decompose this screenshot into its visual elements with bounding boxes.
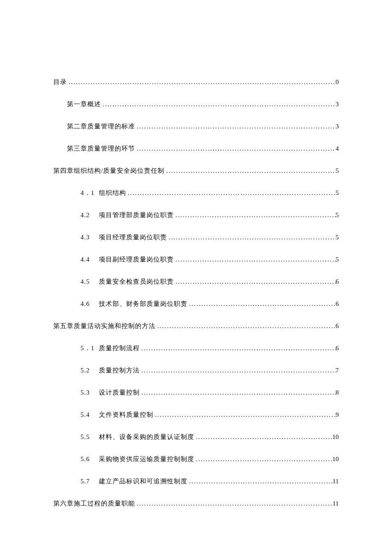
toc-entry: 第六章施工过程的质量职能11 — [53, 498, 339, 509]
toc-label: 5.4 文件资料质量控制 — [81, 410, 153, 420]
toc-leader-dots — [140, 387, 336, 398]
toc-leader-dots — [153, 410, 336, 420]
toc-label: 4.5 质量安全检查员岗位职责 — [81, 276, 174, 287]
toc-entry: 4.6 技术部、财务部质量岗位职责 6 — [53, 299, 339, 309]
toc-section-title: 材料、设备采购的质量认证制度 — [99, 433, 194, 440]
toc-page-number: 3 — [336, 99, 339, 109]
toc-entry: 4．1 组织结构 5 — [53, 188, 339, 198]
toc-page-number: 5 — [336, 254, 339, 264]
toc-label: 4.6 技术部、财务部质量岗位职责 — [81, 299, 187, 309]
toc-page-number: 10 — [332, 454, 339, 464]
toc-page-number: 3 — [336, 121, 339, 131]
toc-section-number: 4.3 — [81, 232, 97, 242]
toc-entry: 5.2 质量控制方法 7 — [53, 365, 339, 375]
toc-section-title: 项目管理部质量岗位职责 — [99, 212, 174, 218]
toc-entry: 5.4 文件资料质量控制 9 — [53, 410, 339, 420]
toc-leader-dots — [135, 143, 336, 154]
toc-page-number: 5 — [336, 210, 339, 220]
toc-leader-dots — [101, 99, 336, 109]
toc-section-number: 4．1 — [81, 188, 97, 198]
toc-section-number: 4.6 — [81, 299, 97, 309]
toc-leader-dots — [174, 210, 336, 220]
toc-leader-dots — [164, 166, 335, 176]
toc-section-title: 质量控制流程 — [99, 345, 140, 352]
toc-entry: 5.3 设计质量控制 8 — [53, 387, 339, 398]
toc-leader-dots — [174, 276, 336, 287]
toc-leader-dots — [187, 299, 336, 309]
toc-entry: 4.3 项目经理质量岗位职责 5 — [53, 232, 339, 242]
toc-section-title: 质量安全检查员岗位职责 — [99, 278, 174, 285]
toc-section-number: 4.4 — [81, 254, 97, 264]
toc-leader-dots — [135, 498, 333, 509]
toc-label: 5.7 建立产品标识和可追溯性制度 — [81, 476, 187, 486]
table-of-contents: 目录0第一章概述3第二章质量管理的标准3第三章质量管理的环节4第四章组织结构/质… — [53, 77, 339, 509]
toc-page-number: 10 — [332, 432, 339, 442]
toc-leader-dots — [135, 121, 336, 131]
toc-entry: 5.5 材料、设备采购的质量认证制度 10 — [53, 432, 339, 442]
toc-section-title: 项目副经理质量岗位职责 — [99, 256, 174, 263]
toc-section-number: 5.3 — [81, 387, 97, 398]
toc-section-number: 5．1 — [81, 343, 97, 353]
toc-entry: 5.7 建立产品标识和可追溯性制度 11 — [53, 476, 339, 486]
toc-section-number: 5.2 — [81, 365, 97, 375]
toc-entry: 5．1 质量控制流程 6 — [53, 343, 339, 353]
toc-leader-dots — [140, 365, 336, 375]
toc-entry: 目录0 — [53, 77, 339, 87]
toc-entry: 第三章质量管理的环节4 — [53, 143, 339, 154]
toc-page-number: 5 — [336, 232, 339, 242]
toc-page-number: 0 — [336, 77, 339, 87]
toc-label: 5.2 质量控制方法 — [81, 365, 140, 375]
toc-page-number: 7 — [336, 365, 339, 375]
toc-section-title: 技术部、财务部质量岗位职责 — [99, 300, 187, 307]
toc-leader-dots — [194, 454, 332, 464]
toc-leader-dots — [126, 188, 336, 198]
toc-entry: 5.6 采购物资供应运输质量控制制度 10 — [53, 454, 339, 464]
toc-page-number: 5 — [336, 188, 339, 198]
toc-label: 第四章组织结构/质量安全岗位责任制 — [53, 166, 164, 176]
toc-leader-dots — [174, 254, 336, 264]
toc-label: 5.6 采购物资供应运输质量控制制度 — [81, 454, 194, 464]
toc-section-title: 项目经理质量岗位职责 — [99, 234, 167, 241]
toc-page-number: 6 — [336, 343, 339, 353]
toc-label: 第二章质量管理的标准 — [67, 121, 135, 131]
toc-section-title: 组织结构 — [99, 189, 126, 196]
toc-entry: 第五章质量活动实施和控制的方法6 — [53, 321, 339, 331]
toc-page-number: 6 — [336, 299, 339, 309]
toc-label: 第五章质量活动实施和控制的方法 — [53, 321, 156, 331]
toc-label: 第三章质量管理的环节 — [67, 143, 135, 154]
toc-entry: 第四章组织结构/质量安全岗位责任制5 — [53, 166, 339, 176]
toc-section-title: 文件资料质量控制 — [99, 411, 153, 418]
toc-section-number: 5.7 — [81, 476, 97, 486]
toc-section-number: 5.4 — [81, 410, 97, 420]
toc-label: 5．1 质量控制流程 — [81, 343, 140, 353]
toc-page-number: 11 — [333, 498, 339, 509]
toc-section-number: 5.6 — [81, 454, 97, 464]
toc-entry: 第二章质量管理的标准3 — [53, 121, 339, 131]
toc-section-title: 采购物资供应运输质量控制制度 — [99, 456, 194, 462]
toc-section-title: 建立产品标识和可追溯性制度 — [99, 478, 187, 485]
toc-entry: 4.4 项目副经理质量岗位职责 5 — [53, 254, 339, 264]
toc-leader-dots — [156, 321, 336, 331]
toc-section-number: 4.5 — [81, 276, 97, 287]
toc-page-number: 8 — [336, 387, 339, 398]
toc-leader-dots — [140, 343, 336, 353]
toc-page-number: 11 — [333, 476, 339, 486]
toc-label: 4．1 组织结构 — [81, 188, 126, 198]
toc-leader-dots — [167, 232, 336, 242]
toc-leader-dots — [187, 476, 333, 486]
toc-page-number: 6 — [336, 321, 339, 331]
toc-section-number: 4.2 — [81, 210, 97, 220]
toc-label: 第一章概述 — [67, 99, 101, 109]
toc-label: 第六章施工过程的质量职能 — [53, 498, 135, 509]
toc-entry: 4.5 质量安全检查员岗位职责 6 — [53, 276, 339, 287]
toc-label: 4.2 项目管理部质量岗位职责 — [81, 210, 174, 220]
toc-leader-dots — [67, 77, 336, 87]
toc-section-number: 5.5 — [81, 432, 97, 442]
toc-page-number: 9 — [336, 410, 339, 420]
toc-section-title: 质量控制方法 — [99, 367, 140, 374]
toc-entry: 4.2 项目管理部质量岗位职责 5 — [53, 210, 339, 220]
toc-page-number: 6 — [336, 276, 339, 287]
toc-label: 5.3 设计质量控制 — [81, 387, 140, 398]
toc-label: 4.4 项目副经理质量岗位职责 — [81, 254, 174, 264]
toc-label: 4.3 项目经理质量岗位职责 — [81, 232, 167, 242]
